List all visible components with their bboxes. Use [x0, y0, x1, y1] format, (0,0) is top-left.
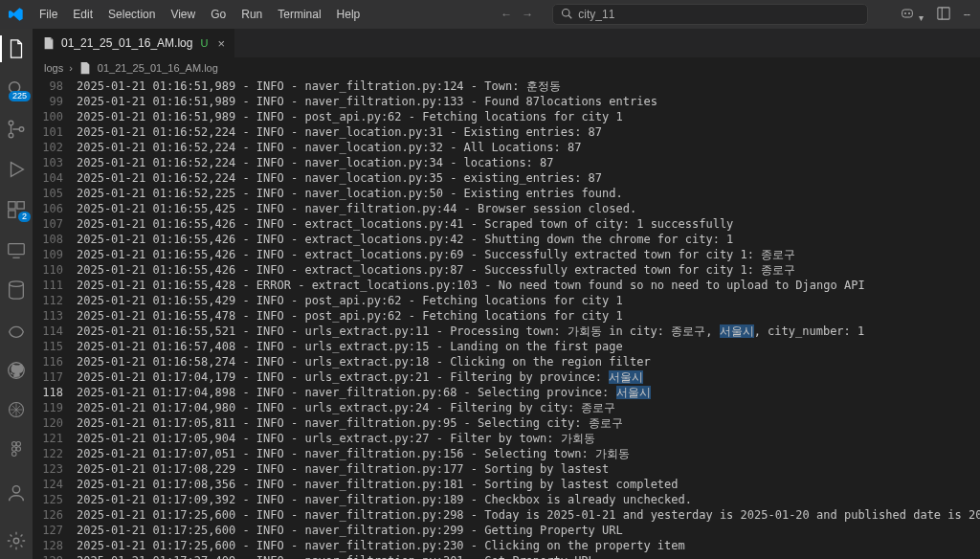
- database-icon[interactable]: [0, 280, 33, 301]
- line-number: 116: [33, 354, 77, 369]
- line-content: 2025-01-21 01:16:52,225 - INFO - naver_l…: [77, 186, 980, 201]
- more-icon[interactable]: - -: [964, 8, 969, 21]
- remote-icon[interactable]: [0, 239, 33, 260]
- menu-file[interactable]: File: [33, 4, 64, 25]
- settings-gear-icon[interactable]: [0, 526, 33, 555]
- nav-forward-icon[interactable]: →: [522, 8, 533, 21]
- code-line[interactable]: 1212025-01-21 01:17:05,904 - INFO - urls…: [33, 431, 980, 446]
- code-line[interactable]: 1282025-01-21 01:17:25,600 - INFO - nave…: [33, 538, 980, 553]
- code-line[interactable]: 1242025-01-21 01:17:08,356 - INFO - nave…: [33, 477, 980, 492]
- explorer-icon[interactable]: [0, 38, 33, 59]
- github-icon[interactable]: [0, 360, 33, 381]
- code-line[interactable]: 1042025-01-21 01:16:52,224 - INFO - nave…: [33, 170, 980, 186]
- code-line[interactable]: 1182025-01-21 01:17:04,898 - INFO - nave…: [33, 385, 980, 400]
- menu-terminal[interactable]: Terminal: [271, 4, 327, 25]
- code-line[interactable]: 1002025-01-21 01:16:51,989 - INFO - post…: [33, 109, 980, 124]
- search-activity-icon[interactable]: 225: [0, 78, 33, 100]
- menu-edit[interactable]: Edit: [66, 4, 100, 25]
- code-line[interactable]: 1132025-01-21 01:16:55,478 - INFO - post…: [33, 308, 980, 324]
- nav-back-icon[interactable]: ←: [501, 8, 512, 21]
- menu-help[interactable]: Help: [330, 4, 368, 25]
- code-line[interactable]: 1232025-01-21 01:17:08,229 - INFO - nave…: [33, 461, 980, 477]
- code-line[interactable]: 1262025-01-21 01:17:25,600 - INFO - nave…: [33, 507, 980, 523]
- copilot-icon[interactable]: ▾: [900, 6, 923, 24]
- search-highlight: 서울시: [609, 370, 643, 384]
- code-line[interactable]: 1022025-01-21 01:16:52,224 - INFO - nave…: [33, 140, 980, 155]
- menu-bar: FileEditSelectionViewGoRunTerminalHelp: [33, 4, 367, 25]
- line-content: 2025-01-21 01:17:04,898 - INFO - naver_f…: [77, 385, 980, 400]
- line-number: 103: [33, 155, 77, 170]
- line-number: 101: [33, 124, 77, 140]
- code-line[interactable]: 1082025-01-21 01:16:55,426 - INFO - extr…: [33, 232, 980, 247]
- layout-icon[interactable]: [937, 7, 950, 23]
- code-line[interactable]: 1122025-01-21 01:16:55,429 - INFO - post…: [33, 293, 980, 308]
- line-number: 104: [33, 170, 77, 186]
- code-line[interactable]: 1142025-01-21 01:16:55,521 - INFO - urls…: [33, 324, 980, 339]
- code-line[interactable]: 1062025-01-21 01:16:55,425 - INFO - nave…: [33, 201, 980, 216]
- line-content: 2025-01-21 01:16:51,989 - INFO - naver_f…: [77, 78, 980, 94]
- breadcrumb-folder: logs: [44, 62, 63, 74]
- line-number: 117: [33, 369, 77, 385]
- wakatime-icon[interactable]: [0, 320, 33, 341]
- line-content: 2025-01-21 01:16:55,429 - INFO - post_ap…: [77, 293, 980, 308]
- menu-run[interactable]: Run: [234, 4, 269, 25]
- line-number: 102: [33, 140, 77, 155]
- code-line[interactable]: 1112025-01-21 01:16:55,428 - ERROR - ext…: [33, 278, 980, 293]
- line-content: 2025-01-21 01:16:57,408 - INFO - urls_ex…: [77, 339, 980, 354]
- code-line[interactable]: 1172025-01-21 01:17:04,179 - INFO - urls…: [33, 369, 980, 385]
- code-line[interactable]: 992025-01-21 01:16:51,989 - INFO - naver…: [33, 94, 980, 109]
- svg-rect-15: [9, 244, 25, 255]
- editor-content[interactable]: 982025-01-21 01:16:51,989 - INFO - naver…: [33, 78, 980, 559]
- code-line[interactable]: 1192025-01-21 01:17:04,980 - INFO - urls…: [33, 400, 980, 415]
- svg-rect-14: [9, 211, 15, 217]
- code-line[interactable]: 1102025-01-21 01:16:55,426 - INFO - extr…: [33, 262, 980, 278]
- svg-point-10: [9, 133, 13, 138]
- code-line[interactable]: 1092025-01-21 01:16:55,426 - INFO - extr…: [33, 247, 980, 262]
- line-number: 112: [33, 293, 77, 308]
- line-number: 114: [33, 324, 77, 339]
- menu-view[interactable]: View: [164, 4, 202, 25]
- code-line[interactable]: 1202025-01-21 01:17:05,811 - INFO - nave…: [33, 415, 980, 431]
- line-content: 2025-01-21 01:16:55,426 - INFO - extract…: [77, 247, 980, 262]
- line-content: 2025-01-21 01:17:25,600 - INFO - naver_f…: [77, 523, 980, 538]
- line-number: 118: [33, 385, 77, 400]
- close-icon[interactable]: ×: [217, 36, 225, 51]
- breadcrumb[interactable]: logs › 01_21_25_01_16_AM.log: [33, 57, 980, 78]
- openai-icon[interactable]: [0, 400, 33, 419]
- line-content: 2025-01-21 01:17:09,392 - INFO - naver_f…: [77, 492, 980, 507]
- menu-go[interactable]: Go: [204, 4, 233, 25]
- extensions-icon[interactable]: 2: [0, 199, 33, 220]
- line-number: 123: [33, 461, 77, 477]
- svg-line-1: [569, 15, 572, 18]
- code-line[interactable]: 1222025-01-21 01:17:07,051 - INFO - nave…: [33, 446, 980, 461]
- code-line[interactable]: 982025-01-21 01:16:51,989 - INFO - naver…: [33, 78, 980, 94]
- line-content: 2025-01-21 01:17:27,409 - INFO - naver_f…: [77, 553, 980, 559]
- line-number: 120: [33, 415, 77, 431]
- command-center[interactable]: city_11: [552, 4, 868, 25]
- code-line[interactable]: 1252025-01-21 01:17:09,392 - INFO - nave…: [33, 492, 980, 507]
- svg-point-3: [904, 12, 906, 14]
- tab-label: 01_21_25_01_16_AM.log: [61, 36, 192, 50]
- line-number: 125: [33, 492, 77, 507]
- code-line[interactable]: 1272025-01-21 01:17:25,600 - INFO - nave…: [33, 523, 980, 538]
- code-line[interactable]: 1032025-01-21 01:16:52,224 - INFO - nave…: [33, 155, 980, 170]
- accounts-icon[interactable]: [0, 479, 33, 507]
- source-control-icon[interactable]: [0, 119, 33, 140]
- code-line[interactable]: 1012025-01-21 01:16:52,224 - INFO - nave…: [33, 124, 980, 140]
- code-line[interactable]: 1152025-01-21 01:16:57,408 - INFO - urls…: [33, 339, 980, 354]
- figma-icon[interactable]: [0, 438, 33, 459]
- code-line[interactable]: 1052025-01-21 01:16:52,225 - INFO - nave…: [33, 186, 980, 201]
- line-content: 2025-01-21 01:17:04,980 - INFO - urls_ex…: [77, 400, 980, 415]
- line-content: 2025-01-21 01:17:08,229 - INFO - naver_f…: [77, 461, 980, 477]
- run-debug-icon[interactable]: [0, 159, 33, 180]
- search-highlight: 서울시: [616, 386, 651, 399]
- code-line[interactable]: 1162025-01-21 01:16:58,274 - INFO - urls…: [33, 354, 980, 369]
- menu-selection[interactable]: Selection: [101, 4, 162, 25]
- code-line[interactable]: 1292025-01-21 01:17:27,409 - INFO - nave…: [33, 553, 980, 559]
- line-content: 2025-01-21 01:16:55,426 - INFO - extract…: [77, 232, 980, 247]
- line-content: 2025-01-21 01:16:55,428 - ERROR - extrac…: [77, 278, 980, 293]
- code-line[interactable]: 1072025-01-21 01:16:55,426 - INFO - extr…: [33, 216, 980, 232]
- svg-rect-13: [17, 202, 24, 209]
- line-content: 2025-01-21 01:16:52,224 - INFO - naver_l…: [77, 155, 980, 170]
- tab-logfile[interactable]: 01_21_25_01_16_AM.log U ×: [33, 29, 235, 57]
